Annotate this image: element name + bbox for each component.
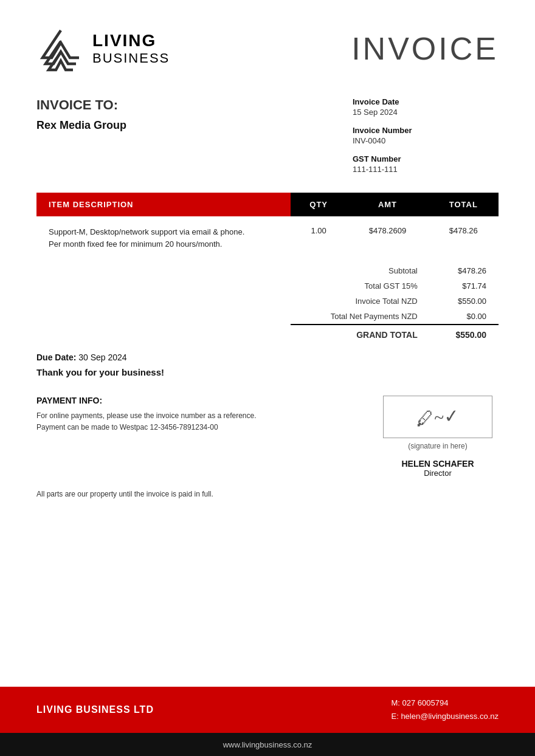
property-note: All parts are our property until the inv…: [36, 490, 499, 498]
invoice-meta: INVOICE TO: Rex Media Group Invoice Date…: [36, 97, 499, 174]
thank-you: Thank you for your business!: [36, 367, 499, 377]
invoice-page: LIVING BUSINESS INVOICE INVOICE TO: Rex …: [0, 0, 535, 756]
combined-section: Subtotal $478.26 Total GST 15% $71.74 In…: [36, 259, 499, 346]
subtotal-row: Subtotal $478.26: [291, 263, 499, 278]
net-payments-row: Total Net Payments NZD $0.00: [291, 309, 499, 325]
invoice-number-label: Invoice Number: [353, 126, 499, 135]
header: LIVING BUSINESS INVOICE: [36, 24, 499, 73]
invoice-date-value: 15 Sep 2024: [353, 108, 398, 117]
subtotal-label: Subtotal: [291, 263, 430, 278]
invoice-title: INVOICE: [351, 30, 499, 67]
invoice-total-value: $550.00: [430, 294, 499, 309]
grand-total-label: GRAND TOTAL: [291, 325, 430, 343]
invoice-number-field: Invoice Number INV-0040: [353, 126, 499, 146]
gst-number-value: 111-111-111: [353, 165, 398, 174]
table-row: Support-M, Desktop/network support via e…: [36, 216, 499, 259]
col-header-qty: QTY: [291, 193, 347, 216]
item-amt: $478.2609: [347, 216, 428, 259]
invoice-to-section: INVOICE TO: Rex Media Group: [36, 97, 353, 132]
logo-area: LIVING BUSINESS: [36, 24, 170, 73]
meta-fields: Invoice Date 15 Sep 2024 Invoice Number …: [353, 97, 499, 174]
footer-red: LIVING BUSINESS LTD M: 027 6005794 E: he…: [0, 687, 535, 733]
gst-number-label: GST Number: [353, 154, 499, 163]
item-qty: 1.00: [291, 216, 347, 259]
invoice-total-label: Invoice Total NZD: [291, 294, 430, 309]
payment-sig-row: PAYMENT INFO: For online payments, pleas…: [36, 396, 499, 478]
footer-company: LIVING BUSINESS LTD: [36, 704, 154, 715]
gst-row: Total GST 15% $71.74: [291, 278, 499, 294]
item-total: $478.26: [429, 216, 499, 259]
due-date: Due Date: 30 Sep 2024: [36, 352, 499, 362]
gst-value: $71.74: [430, 278, 499, 294]
footer-black: www.livingbusiness.co.nz: [0, 733, 535, 756]
grand-total-value: $550.00: [430, 325, 499, 343]
footer-contact: M: 027 6005794 E: helen@livingbusiness.c…: [391, 696, 499, 723]
invoice-to-label: INVOICE TO:: [36, 97, 353, 113]
subtotal-value: $478.26: [430, 263, 499, 278]
invoice-date-label: Invoice Date: [353, 97, 499, 106]
due-date-label: Due Date:: [36, 352, 76, 362]
signatory-name: HELEN SCHAFER: [401, 459, 474, 469]
payment-line1: For online payments, please use the invo…: [36, 410, 353, 422]
client-name: Rex Media Group: [36, 119, 353, 132]
item-desc-line2: Per month fixed fee for minimum 20 hours…: [49, 239, 222, 249]
logo-text: LIVING BUSINESS: [92, 31, 170, 66]
payment-line2: Payment can be made to Westpac 12-3456-7…: [36, 422, 353, 433]
grand-total-row: GRAND TOTAL $550.00: [291, 325, 499, 343]
payment-info: PAYMENT INFO: For online payments, pleas…: [36, 396, 377, 433]
item-desc-line1: Support-M, Desktop/network support via e…: [49, 227, 244, 236]
gst-label: Total GST 15%: [291, 278, 430, 294]
net-payments-value: $0.00: [430, 309, 499, 325]
col-header-total: TOTAL: [429, 193, 499, 216]
item-description: Support-M, Desktop/network support via e…: [36, 216, 291, 259]
payment-info-title: PAYMENT INFO:: [36, 396, 353, 405]
net-payments-label: Total Net Payments NZD: [291, 309, 430, 325]
gst-number-field: GST Number 111-111-111: [353, 154, 499, 174]
col-header-amt: AMT: [347, 193, 428, 216]
signatory-title: Director: [424, 469, 452, 478]
invoice-total-row: Invoice Total NZD $550.00: [291, 294, 499, 309]
col-header-description: ITEM DESCRIPTION: [36, 193, 291, 216]
totals-section: Subtotal $478.26 Total GST 15% $71.74 In…: [291, 259, 499, 346]
logo-icon: [36, 24, 85, 73]
footer-website: www.livingbusiness.co.nz: [223, 740, 312, 749]
due-date-value: 30 Sep 2024: [78, 352, 126, 362]
logo-business: BUSINESS: [92, 50, 170, 66]
invoice-date-field: Invoice Date 15 Sep 2024: [353, 97, 499, 117]
footer: LIVING BUSINESS LTD M: 027 6005794 E: he…: [0, 687, 535, 756]
logo-living: LIVING: [92, 31, 170, 50]
signature-label: (signature in here): [408, 442, 467, 450]
due-thank: Due Date: 30 Sep 2024 Thank you for your…: [36, 352, 499, 377]
signature-box: 🖊~✓: [383, 396, 492, 438]
invoice-number-value: INV-0040: [353, 136, 385, 145]
left-section: [36, 259, 291, 346]
signature-scribble: 🖊~✓: [415, 404, 460, 429]
footer-mobile: M: 027 6005794: [391, 696, 499, 710]
footer-email: E: helen@livingbusiness.co.nz: [391, 710, 499, 723]
invoice-table: ITEM DESCRIPTION QTY AMT TOTAL Support-M…: [36, 193, 499, 259]
signature-area: 🖊~✓ (signature in here) HELEN SCHAFER Di…: [377, 396, 499, 478]
